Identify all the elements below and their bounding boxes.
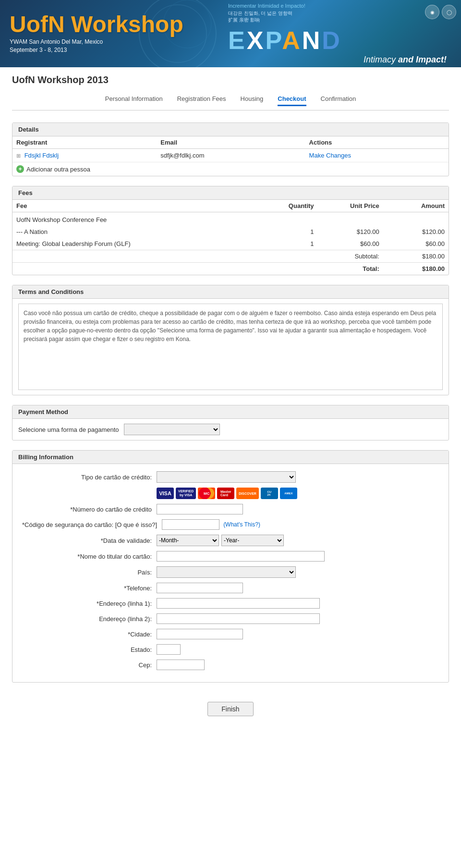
- cardholder-row: *Nome do titular do cartão:: [22, 551, 439, 562]
- zip-input[interactable]: [157, 660, 205, 670]
- card-number-input[interactable]: [157, 504, 243, 514]
- payment-method-header: Payment Method: [12, 405, 449, 419]
- card-number-row: *Número do cartão de crédito: [22, 504, 439, 514]
- cardholder-label: *Nome do titular do cartão:: [22, 553, 157, 560]
- billing-body: Tipo de cartão de crédito: Visa MasterCa…: [12, 464, 449, 682]
- security-code-input[interactable]: [162, 519, 219, 530]
- add-person-row: + Adicionar outra pessoa: [12, 162, 449, 176]
- banner-expand: EXPAND: [228, 26, 342, 54]
- fee-qty-1: 1: [252, 238, 317, 250]
- details-col-registrant: Registrant: [12, 136, 157, 149]
- page-content: UofN Workshop 2013 Personal Information …: [0, 67, 461, 735]
- details-header: Details: [12, 123, 449, 136]
- make-changes-link[interactable]: Make Changes: [309, 152, 351, 159]
- payment-method-label: Selecione uma forma de pagamento: [18, 426, 119, 433]
- cu24-logo: CU24: [261, 488, 278, 499]
- add-person-button[interactable]: + Adicionar outra pessoa: [16, 165, 90, 173]
- billing-section: Billing Information Tipo de cartão de cr…: [12, 450, 449, 683]
- table-row: ⊞ Fdsjkl Fdsklj sdfjk@fdlkj.com Make Cha…: [12, 149, 449, 162]
- banner-slogan: Intimacy and Impact!: [228, 55, 447, 65]
- banner-icon-circle-1: ◉: [425, 5, 439, 19]
- details-body: Registrant Email Actions ⊞ Fdsjkl Fdsklj…: [12, 136, 449, 176]
- payment-method-section: Payment Method Selecione uma forma de pa…: [12, 405, 449, 440]
- finish-row: Finish: [12, 692, 449, 721]
- expiry-label: *Data de validade:: [22, 537, 157, 544]
- finish-button[interactable]: Finish: [207, 702, 253, 716]
- total-value: $180.00: [383, 263, 449, 275]
- fees-col-unit-price: Unit Price: [318, 200, 383, 212]
- address1-label: *Endereço (linha 1):: [22, 600, 157, 607]
- payment-method-select[interactable]: Credit Card Pay at Event: [124, 424, 220, 435]
- banner-decor-svg: [134, 0, 221, 67]
- security-code-label: *Código de segurança do cartão: [O que é…: [22, 521, 162, 528]
- fees-section: Fees Fee Quantity Unit Price Amount UofN…: [12, 186, 449, 275]
- registrant-link[interactable]: Fdsjkl Fdsklj: [24, 152, 59, 159]
- svg-point-1: [149, 5, 206, 62]
- card-logos-row: VISA VERIFIEDby VISA MC MasterCard DISCO…: [22, 488, 439, 499]
- fee-amount-1: $60.00: [383, 238, 449, 250]
- svg-point-2: [163, 0, 211, 48]
- wizard-step-housing[interactable]: Housing: [241, 95, 264, 106]
- banner-tagline-chinese: 扩展 亲密 影响: [228, 17, 447, 24]
- wizard-step-registration-fees[interactable]: Registration Fees: [177, 95, 226, 106]
- subtotal-value: $180.00: [383, 250, 449, 263]
- email-cell: sdfjk@fdlkj.com: [157, 149, 305, 162]
- details-section: Details Registrant Email Actions ⊞ Fdsjk…: [12, 122, 449, 176]
- wizard-step-personal-information[interactable]: Personal Information: [105, 95, 163, 106]
- card-type-label: Tipo de cartão de crédito:: [22, 474, 157, 481]
- fees-col-amount: Amount: [383, 200, 449, 212]
- details-col-email: Email: [157, 136, 305, 149]
- state-label: Estado:: [22, 646, 157, 653]
- terms-header: Terms and Conditions: [12, 285, 449, 299]
- add-person-label: Adicionar outra pessoa: [26, 166, 90, 173]
- whats-this-link[interactable]: (What's This?): [223, 521, 260, 528]
- table-row: --- A Nation 1 $120.00 $120.00: [12, 226, 449, 238]
- banner: UofN Workshop YWAM San Antonio Del Mar, …: [0, 0, 461, 67]
- page-title: UofN Workshop 2013: [12, 74, 449, 86]
- state-input[interactable]: [157, 644, 181, 655]
- terms-body: Caso você não possua um cartão de crédit…: [12, 299, 449, 395]
- card-type-select[interactable]: Visa MasterCard Discover American Expres…: [157, 471, 296, 483]
- city-input[interactable]: [157, 629, 243, 639]
- fees-col-fee: Fee: [12, 200, 252, 212]
- fees-table: Fee Quantity Unit Price Amount UofN Work…: [12, 200, 449, 275]
- cardholder-input[interactable]: [157, 551, 325, 562]
- verified-visa-logo: VERIFIEDby VISA: [176, 488, 196, 499]
- expiry-inputs: -Month- 01 02 03 04 05 06 07 08 09 10 11…: [157, 535, 284, 546]
- details-col-actions: Actions: [305, 136, 449, 149]
- registrant-cell: ⊞ Fdsjkl Fdsklj: [12, 149, 157, 162]
- actions-cell: Make Changes: [305, 149, 449, 162]
- banner-tagline-foreign: Incrementar Intimidad e Impacto!: [228, 2, 447, 10]
- table-row: Meeting: Global Leadership Forum (GLF) 1…: [12, 238, 449, 250]
- address2-row: Endereço (linha 2):: [22, 613, 439, 624]
- phone-input[interactable]: [157, 583, 243, 593]
- expiry-year-select[interactable]: -Year- 2013 2014 2015 2016 2017 2018: [221, 535, 284, 546]
- fee-name-0: --- A Nation: [12, 226, 252, 238]
- mastercard-logo: MC: [198, 488, 215, 499]
- add-icon: +: [16, 165, 24, 173]
- zip-label: Cep:: [22, 661, 157, 669]
- expiry-month-select[interactable]: -Month- 01 02 03 04 05 06 07 08 09 10 11…: [157, 535, 219, 546]
- details-table: Registrant Email Actions ⊞ Fdsjkl Fdsklj…: [12, 136, 449, 162]
- subtotal-label: Subtotal:: [12, 250, 383, 263]
- address1-input[interactable]: [157, 598, 320, 609]
- wizard-steps: Personal Information Registration Fees H…: [12, 95, 449, 110]
- total-label: Total:: [12, 263, 383, 275]
- fees-category: UofN Workshop Conference Fee: [12, 212, 449, 226]
- country-row: País: Brazil United States Mexico: [22, 566, 439, 578]
- svg-point-0: [139, 0, 216, 67]
- wizard-step-confirmation[interactable]: Confirmation: [321, 95, 356, 106]
- address2-input[interactable]: [157, 613, 320, 624]
- expand-icon[interactable]: ⊞: [16, 153, 21, 159]
- fees-col-quantity: Quantity: [252, 200, 317, 212]
- city-row: *Cidade:: [22, 629, 439, 639]
- wizard-step-checkout[interactable]: Checkout: [278, 95, 306, 106]
- fees-body: Fee Quantity Unit Price Amount UofN Work…: [12, 200, 449, 275]
- discover-logo: DISCOVER: [236, 488, 259, 499]
- country-label: País:: [22, 569, 157, 576]
- expiry-row: *Data de validade: -Month- 01 02 03 04 0…: [22, 535, 439, 546]
- fees-total-row: Total: $180.00: [12, 263, 449, 275]
- country-select[interactable]: Brazil United States Mexico: [157, 566, 296, 578]
- terms-text: Caso você não possua um cartão de crédit…: [18, 304, 443, 390]
- card-type-row: Tipo de cartão de crédito: Visa MasterCa…: [22, 471, 439, 483]
